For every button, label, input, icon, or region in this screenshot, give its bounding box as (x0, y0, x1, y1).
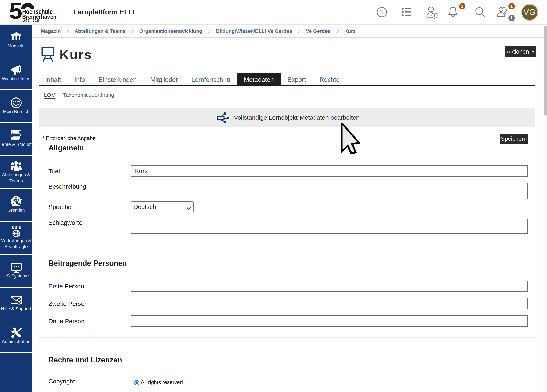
svg-text:?: ? (380, 8, 384, 16)
svg-text:?: ? (18, 300, 20, 304)
